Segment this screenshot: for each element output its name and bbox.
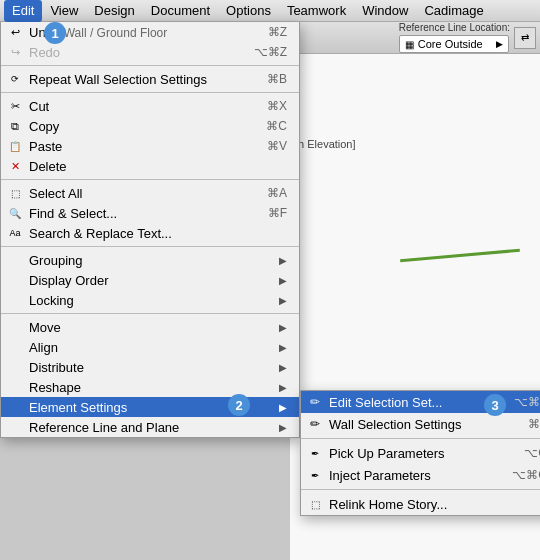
green-line bbox=[400, 249, 520, 262]
menu-item-search-replace[interactable]: Aa Search & Replace Text... bbox=[1, 223, 299, 243]
inject-label: Inject Parameters bbox=[329, 468, 496, 483]
menu-item-redo[interactable]: ↪ Redo ⌥⌘Z bbox=[1, 42, 299, 62]
find-shortcut: ⌘F bbox=[268, 206, 287, 220]
display-order-label: Display Order bbox=[29, 273, 279, 288]
menu-item-locking[interactable]: Locking ▶ bbox=[1, 290, 299, 310]
menu-item-reference-line[interactable]: Reference Line and Plane ▶ bbox=[1, 417, 299, 437]
select-all-label: Select All bbox=[29, 186, 247, 201]
relink-icon: ⬚ bbox=[307, 496, 323, 512]
menu-item-select-all[interactable]: ⬚ Select All ⌘A bbox=[1, 183, 299, 203]
reshape-label: Reshape bbox=[29, 380, 279, 395]
delete-icon bbox=[7, 158, 23, 174]
menu-item-window[interactable]: Window bbox=[354, 0, 416, 22]
menu-item-copy[interactable]: ⧉ Copy ⌘C bbox=[1, 116, 299, 136]
separator-2 bbox=[1, 92, 299, 93]
align-arrow: ▶ bbox=[279, 342, 287, 353]
menu-item-cadimage[interactable]: Cadimage bbox=[416, 0, 491, 22]
undo-shortcut: ⌘Z bbox=[268, 25, 287, 39]
submenu-separator-1 bbox=[301, 438, 540, 439]
menu-item-display-order[interactable]: Display Order ▶ bbox=[1, 270, 299, 290]
redo-label: Redo bbox=[29, 45, 234, 60]
ref-line-icon: ▦ bbox=[405, 39, 414, 50]
wall-sel-label: Wall Selection Settings bbox=[329, 417, 512, 432]
select-all-shortcut: ⌘A bbox=[267, 186, 287, 200]
step-badge-1: 1 bbox=[44, 22, 66, 44]
menu-item-element-settings[interactable]: Element Settings ▶ ▶ bbox=[1, 397, 299, 417]
separator-4 bbox=[1, 246, 299, 247]
search-replace-icon: Aa bbox=[7, 225, 23, 241]
grouping-arrow: ▶ bbox=[279, 255, 287, 266]
paste-shortcut: ⌘V bbox=[267, 139, 287, 153]
find-icon: 🔍 bbox=[7, 205, 23, 221]
submenu-pick-up-params[interactable]: ✒ Pick Up Parameters ⌥C bbox=[301, 442, 540, 464]
menu-item-edit[interactable]: Edit bbox=[4, 0, 42, 22]
cut-shortcut: ⌘X bbox=[267, 99, 287, 113]
relink-label: Relink Home Story... bbox=[329, 497, 540, 512]
inject-shortcut: ⌥⌘C bbox=[512, 468, 540, 482]
edit-sel-shortcut: ⌥⌘T bbox=[514, 395, 540, 409]
display-order-arrow: ▶ bbox=[279, 275, 287, 286]
copy-shortcut: ⌘C bbox=[266, 119, 287, 133]
edit-sel-icon: ✏ bbox=[307, 394, 323, 410]
select-all-icon: ⬚ bbox=[7, 185, 23, 201]
reshape-arrow: ▶ bbox=[279, 382, 287, 393]
distribute-label: Distribute bbox=[29, 360, 279, 375]
ref-line-extra-btn[interactable]: ⇄ bbox=[514, 27, 536, 49]
separator-3 bbox=[1, 179, 299, 180]
repeat-icon: ⟳ bbox=[7, 71, 23, 87]
menu-item-design[interactable]: Design bbox=[86, 0, 142, 22]
menu-item-align[interactable]: Align ▶ bbox=[1, 337, 299, 357]
locking-arrow: ▶ bbox=[279, 295, 287, 306]
distribute-arrow: ▶ bbox=[279, 362, 287, 373]
locking-label: Locking bbox=[29, 293, 279, 308]
ref-line-value: Core Outside bbox=[418, 38, 483, 50]
paste-icon: 📋 bbox=[7, 138, 23, 154]
search-replace-label: Search & Replace Text... bbox=[29, 226, 287, 241]
move-label: Move bbox=[29, 320, 279, 335]
wall-sel-icon: ✏ bbox=[307, 416, 323, 432]
paste-label: Paste bbox=[29, 139, 247, 154]
menu-item-find-select[interactable]: 🔍 Find & Select... ⌘F bbox=[1, 203, 299, 223]
submenu-wall-selection-settings[interactable]: ✏ Wall Selection Settings ⌘T bbox=[301, 413, 540, 435]
reference-line-label: Reference Line and Plane bbox=[29, 420, 279, 435]
menu-item-view[interactable]: View bbox=[42, 0, 86, 22]
ref-line-label: Reference Line Location: bbox=[399, 22, 510, 33]
redo-shortcut: ⌥⌘Z bbox=[254, 45, 287, 59]
pickup-shortcut: ⌥C bbox=[524, 446, 540, 460]
ref-line-section: Reference Line Location: ▦ Core Outside … bbox=[399, 22, 510, 53]
step-badge-3: 3 bbox=[484, 394, 506, 416]
ref-line-arrow: ▶ bbox=[496, 39, 503, 49]
menu-item-grouping[interactable]: Grouping ▶ bbox=[1, 250, 299, 270]
edit-dropdown-menu: ↩ Undo Wall / Ground Floor ⌘Z ↪ Redo ⌥⌘Z… bbox=[0, 22, 300, 438]
find-select-label: Find & Select... bbox=[29, 206, 248, 221]
ref-line-dropdown[interactable]: ▦ Core Outside ▶ bbox=[399, 35, 509, 53]
menu-item-paste[interactable]: 📋 Paste ⌘V bbox=[1, 136, 299, 156]
copy-icon: ⧉ bbox=[7, 118, 23, 134]
align-label: Align bbox=[29, 340, 279, 355]
menu-item-teamwork[interactable]: Teamwork bbox=[279, 0, 354, 22]
repeat-shortcut: ⌘B bbox=[267, 72, 287, 86]
submenu-inject-params[interactable]: ✒ Inject Parameters ⌥⌘C bbox=[301, 464, 540, 486]
menu-item-cut[interactable]: Cut ⌘X bbox=[1, 96, 299, 116]
submenu-relink-home-story[interactable]: ⬚ Relink Home Story... bbox=[301, 493, 540, 515]
separator-5 bbox=[1, 313, 299, 314]
menu-bar: Edit View Design Document Options Teamwo… bbox=[0, 0, 540, 22]
pickup-icon: ✒ bbox=[307, 445, 323, 461]
menu-item-document[interactable]: Document bbox=[143, 0, 218, 22]
move-arrow: ▶ bbox=[279, 322, 287, 333]
pickup-label: Pick Up Parameters bbox=[329, 446, 508, 461]
menu-item-options[interactable]: Options bbox=[218, 0, 279, 22]
wall-sel-shortcut: ⌘T bbox=[528, 417, 540, 431]
menu-item-reshape[interactable]: Reshape ▶ bbox=[1, 377, 299, 397]
cut-icon bbox=[7, 98, 23, 114]
menu-item-move[interactable]: Move ▶ bbox=[1, 317, 299, 337]
edit-sel-label: Edit Selection Set... bbox=[329, 395, 498, 410]
inject-icon: ✒ bbox=[307, 467, 323, 483]
step-badge-2: 2 bbox=[228, 394, 250, 416]
copy-label: Copy bbox=[29, 119, 246, 134]
menu-item-delete[interactable]: Delete bbox=[1, 156, 299, 176]
menu-item-repeat[interactable]: ⟳ Repeat Wall Selection Settings ⌘B bbox=[1, 69, 299, 89]
menu-item-distribute[interactable]: Distribute ▶ bbox=[1, 357, 299, 377]
cut-label: Cut bbox=[29, 99, 247, 114]
undo-icon: ↩ bbox=[7, 24, 23, 40]
